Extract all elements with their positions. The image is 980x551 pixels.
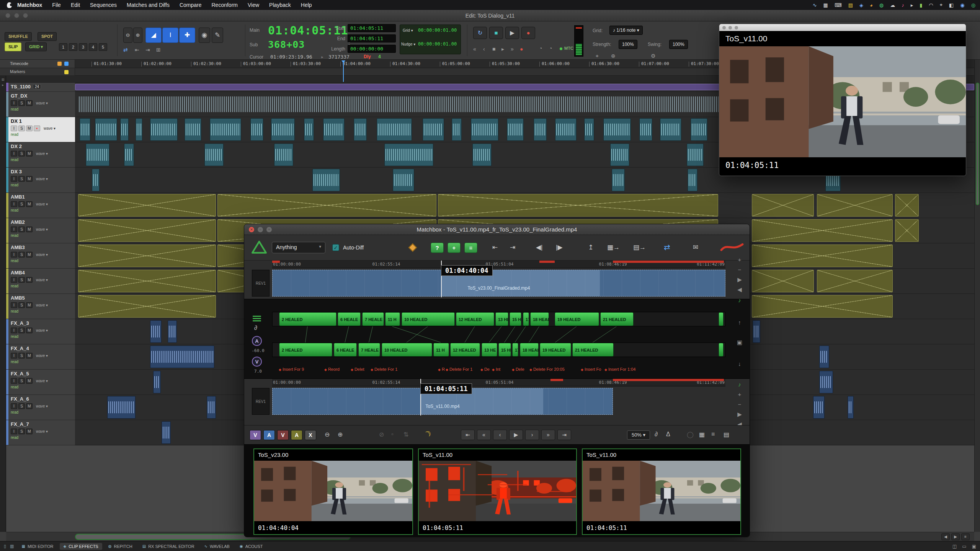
track-header-amb5[interactable]: AMB5ISMwave ▾read xyxy=(6,294,75,319)
audio-clip[interactable] xyxy=(384,143,433,166)
audio-clip[interactable] xyxy=(92,169,100,191)
track-lane-amb1[interactable] xyxy=(75,193,974,218)
banana-icon[interactable]: ☾ xyxy=(422,428,433,440)
partial-icon[interactable]: ∂ xyxy=(655,431,658,438)
track-header-dx-2[interactable]: DX 2ISMwave ▾read xyxy=(6,142,75,168)
audio-clip[interactable] xyxy=(817,194,893,217)
match-list-button[interactable]: ≡ xyxy=(464,243,477,253)
add-match-button[interactable]: + xyxy=(448,243,461,253)
delta-icon[interactable]: Δ xyxy=(666,431,670,438)
audio-clip[interactable] xyxy=(895,219,919,242)
track-m-button[interactable]: M xyxy=(26,277,33,283)
target-icon[interactable]: ⊕ xyxy=(611,53,616,59)
thumbnail-target[interactable]: ToS_v11.00 01:04:05:11 xyxy=(582,448,741,535)
zoom-in-icon[interactable]: ⊕ xyxy=(338,431,343,438)
audio-clip[interactable] xyxy=(534,118,547,141)
track-header-amb2[interactable]: AMB2ISMwave ▾read xyxy=(6,218,75,243)
diff-marker-delete-for-1[interactable]: ◆Delete For 1 xyxy=(371,367,397,372)
track-m-button[interactable]: M xyxy=(26,227,33,232)
healed-segment-12-healed[interactable]: 12 HEALED xyxy=(456,312,494,326)
minimize-button[interactable] xyxy=(728,26,732,29)
goto-next-edit-icon[interactable]: ⇥ xyxy=(510,243,515,251)
goto-prev-edit-icon[interactable]: ⇤ xyxy=(492,243,498,251)
audio-clip[interactable] xyxy=(153,371,161,393)
track-m-button[interactable]: M xyxy=(26,100,33,106)
healed-segment-18-heal[interactable]: 18 HEAL xyxy=(520,343,539,357)
healed-segment-13-he[interactable]: 13 HE xyxy=(482,343,497,357)
track-view-selector[interactable]: wave ▾ xyxy=(36,177,48,181)
automation-mode-selector[interactable]: read xyxy=(11,107,75,111)
diff-marker-insert-for-1-04[interactable]: ◆Insert For 1:04 xyxy=(604,367,635,372)
apple-menu-icon[interactable] xyxy=(7,2,12,8)
audio-clip[interactable] xyxy=(207,396,216,419)
loop-playback-button[interactable]: ↻ xyxy=(473,27,487,39)
automation-mode-selector[interactable]: read xyxy=(11,259,75,263)
audio-clip[interactable] xyxy=(323,118,345,141)
menu-item-edit[interactable]: Edit xyxy=(71,2,80,8)
layout-1-icon[interactable]: ◫ xyxy=(952,544,957,549)
memory-location-1[interactable]: 1 xyxy=(59,43,67,51)
edit-window-titlebar[interactable]: Edit: ToS Dialog_v11 xyxy=(0,10,980,21)
track-i-button[interactable]: I xyxy=(11,126,17,131)
thumbnail-reference[interactable]: ToS_v23.00 01:04:40:04 xyxy=(253,448,413,535)
vscroll-thumb[interactable] xyxy=(976,83,979,205)
export-grid-icon[interactable]: ▦→ xyxy=(607,243,620,251)
audio-clip[interactable] xyxy=(691,118,707,141)
track-header-fx-a-7[interactable]: FX_A_7ISMwave ▾read xyxy=(6,420,75,445)
track-header-amb3[interactable]: AMB3ISMwave ▾read xyxy=(6,243,75,269)
color-picker-icon[interactable]: ◕ xyxy=(870,2,873,8)
diff-marker-reord[interactable]: ◆Reord xyxy=(324,367,340,372)
swing-value[interactable]: 100% xyxy=(669,40,688,49)
link-timeline-icon[interactable]: ⇄ xyxy=(123,47,128,53)
wifi-icon[interactable]: ◠ xyxy=(929,2,933,8)
layout-3-icon[interactable]: ▣ xyxy=(972,544,976,549)
audio-clip[interactable] xyxy=(168,320,177,343)
audio-clip[interactable] xyxy=(423,118,444,141)
track-s-button[interactable]: S xyxy=(18,429,25,434)
track-m-button[interactable]: M xyxy=(26,252,33,258)
notes-icon[interactable]: ▤ xyxy=(848,2,853,8)
track-i-button[interactable]: I xyxy=(11,151,17,156)
menu-item-matches-and-diffs[interactable]: Matches and Diffs xyxy=(127,2,170,8)
audio-clip[interactable] xyxy=(687,143,704,166)
video-track-badge[interactable]: V xyxy=(252,357,262,367)
audio-clip[interactable] xyxy=(304,118,314,141)
track-m-button[interactable]: M xyxy=(26,302,33,308)
healed-segment[interactable] xyxy=(719,343,724,357)
healed-segment-21-healed[interactable]: 21 HEALED xyxy=(572,343,614,357)
audio-clip[interactable] xyxy=(660,118,681,141)
layout-2-icon[interactable]: ▭ xyxy=(962,544,966,549)
shuffle-mode-button[interactable]: SHUFFLE xyxy=(5,32,32,41)
play-button[interactable]: ▶ xyxy=(505,27,519,39)
track-header-amb1[interactable]: AMB1ISMwave ▾read xyxy=(6,193,75,218)
healed-segment-18-heal[interactable]: 18 HEAL xyxy=(530,312,549,326)
dock-left-icon[interactable]: ▯ xyxy=(4,544,6,549)
track-view-selector[interactable]: wave ▾ xyxy=(44,126,56,130)
track-m-button[interactable]: M xyxy=(26,403,33,409)
scrubber-tool-button[interactable]: ◉ xyxy=(199,28,210,43)
audio-clip[interactable] xyxy=(124,143,134,166)
track-i-button[interactable]: I xyxy=(11,201,17,207)
stop-small-icon[interactable]: ■ xyxy=(492,46,495,52)
audio-clip[interactable] xyxy=(150,346,214,368)
zoom-toggle-button[interactable]: ≡ xyxy=(961,533,970,540)
healed-segment-15-he[interactable]: 15 HE xyxy=(510,312,521,326)
healed-segment-7-heale[interactable]: 7 HEALE xyxy=(358,343,380,357)
zoom-button[interactable]: + xyxy=(266,227,272,232)
healed-segment-2-healed[interactable]: 2 HEALED xyxy=(279,312,336,326)
track-s-button[interactable]: S xyxy=(18,252,25,258)
healed-segment-21-healed[interactable]: 21 HEALED xyxy=(600,312,634,326)
track-s-button[interactable]: S xyxy=(18,176,25,182)
track-header-fx-a-6[interactable]: FX_A_6ISMwave ▾read xyxy=(6,395,75,420)
end-value[interactable]: 01:04:05:11 xyxy=(348,34,396,42)
audio-clip[interactable] xyxy=(274,143,293,166)
fast-rewind-button[interactable]: « xyxy=(477,430,491,440)
healed-segment-10-healed[interactable]: 10 HEALED xyxy=(402,312,455,326)
audio-clip[interactable] xyxy=(120,118,129,141)
search-icon[interactable]: ⌖ xyxy=(940,2,942,8)
healed-segment-19-healed[interactable]: 19 HEALED xyxy=(540,343,571,357)
track-view-selector[interactable]: wave ▾ xyxy=(36,354,48,358)
track-header-gt-dx[interactable]: GT_DXISMwave ▾read xyxy=(6,92,75,117)
nudge-setting-value[interactable]: 00:00:00:01.00 xyxy=(418,41,457,47)
diff-marker-delete-for-1[interactable]: ◆Delete For 1 xyxy=(446,367,472,372)
